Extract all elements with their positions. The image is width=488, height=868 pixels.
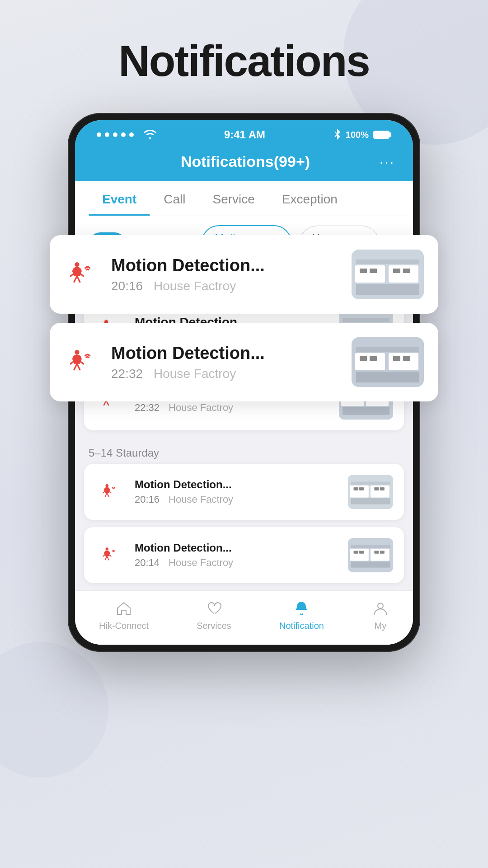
battery-icon xyxy=(373,131,391,139)
notif-info-3: Motion Detection... 20:16 House Factroy xyxy=(135,478,339,505)
section-label-saturday: 5–14 Staurday xyxy=(75,438,413,464)
notif-title-3: Motion Detection... xyxy=(135,478,339,491)
app-header: Notifications(99+) ··· xyxy=(75,146,413,181)
notif-card-4[interactable]: Motion Detection... 20:14 House Factroy xyxy=(84,527,404,583)
notifications-list-saturday: Motion Detection... 20:16 House Factroy xyxy=(75,464,413,590)
svg-rect-46 xyxy=(355,265,385,283)
svg-rect-59 xyxy=(370,356,377,361)
svg-rect-50 xyxy=(393,269,400,273)
status-left xyxy=(97,129,156,141)
svg-rect-25 xyxy=(350,486,369,498)
notif-title-4: Motion Detection... xyxy=(135,542,339,554)
nav-label-hik-connect: Hik-Connect xyxy=(99,621,149,631)
expanded-card-2[interactable]: Motion Detection... 22:32 House Factroy xyxy=(50,323,438,401)
svg-rect-60 xyxy=(393,356,400,361)
svg-rect-39 xyxy=(374,551,379,554)
svg-rect-62 xyxy=(356,347,419,352)
svg-rect-51 xyxy=(403,269,410,273)
signal-dot-2 xyxy=(105,132,109,137)
expanded-thumb-2 xyxy=(352,337,424,387)
nav-notification[interactable]: Notification xyxy=(279,600,324,631)
nav-hik-connect[interactable]: Hik-Connect xyxy=(99,600,149,631)
expanded-meta-1: 20:16 House Factroy xyxy=(111,279,341,293)
tabs-bar: Event Call Service Exception xyxy=(75,181,413,216)
svg-point-33 xyxy=(106,547,108,550)
svg-rect-37 xyxy=(354,551,358,554)
svg-point-23 xyxy=(106,484,108,487)
svg-rect-47 xyxy=(389,265,418,283)
svg-point-44 xyxy=(75,262,79,267)
notif-time-4: 20:14 xyxy=(135,557,160,569)
svg-rect-28 xyxy=(359,487,364,491)
svg-rect-29 xyxy=(374,487,379,491)
svg-rect-35 xyxy=(350,549,369,561)
tab-call[interactable]: Call xyxy=(150,181,199,216)
status-bar: 9:41 AM 100% xyxy=(75,120,413,146)
signal-dot-1 xyxy=(97,132,101,137)
svg-rect-38 xyxy=(359,551,364,554)
nav-label-my: My xyxy=(375,621,387,631)
notif-meta-2: 22:32 House Factroy xyxy=(135,402,330,414)
notif-card-3[interactable]: Motion Detection... 20:16 House Factroy xyxy=(84,464,404,520)
svg-point-43 xyxy=(378,603,383,609)
svg-rect-36 xyxy=(371,549,389,561)
expanded-time-1: 20:16 xyxy=(111,279,143,293)
status-right: 100% xyxy=(333,129,391,141)
nav-my[interactable]: My xyxy=(372,600,389,631)
expanded-info-2: Motion Detection... 22:32 House Factroy xyxy=(111,344,341,381)
person-icon xyxy=(372,600,389,617)
svg-rect-56 xyxy=(355,353,385,370)
page-title: Notifications xyxy=(118,36,369,86)
nav-services[interactable]: Services xyxy=(197,600,231,631)
svg-rect-27 xyxy=(354,487,358,491)
header-title: Notifications(99+) xyxy=(181,153,310,170)
expanded-meta-2: 22:32 House Factroy xyxy=(111,367,341,381)
expanded-title-1: Motion Detection... xyxy=(111,256,341,275)
svg-rect-61 xyxy=(403,356,410,361)
home-icon xyxy=(115,600,132,617)
motion-detection-icon-4 xyxy=(95,540,126,571)
bluetooth-icon xyxy=(333,129,341,141)
svg-rect-52 xyxy=(356,259,419,264)
svg-rect-48 xyxy=(360,269,367,273)
battery-percent: 100% xyxy=(346,130,369,140)
tab-event[interactable]: Event xyxy=(89,181,150,216)
expanded-title-2: Motion Detection... xyxy=(111,344,341,363)
tab-exception[interactable]: Exception xyxy=(268,181,351,216)
svg-rect-22 xyxy=(343,407,389,415)
svg-rect-31 xyxy=(351,482,390,485)
more-options-button[interactable]: ··· xyxy=(380,154,395,170)
notif-location-3: House Factroy xyxy=(169,494,233,505)
nav-label-services: Services xyxy=(197,621,231,631)
tab-service[interactable]: Service xyxy=(199,181,268,216)
expanded-card-1[interactable]: Motion Detection... 20:16 House Factroy xyxy=(50,235,438,314)
svg-rect-40 xyxy=(380,551,385,554)
notif-time-3: 20:16 xyxy=(135,494,160,505)
expanded-cards-overlay: Motion Detection... 20:16 House Factroy xyxy=(50,235,438,401)
bell-icon xyxy=(293,600,310,617)
expanded-time-2: 22:32 xyxy=(111,367,143,381)
svg-rect-53 xyxy=(356,284,419,295)
notif-location-2: House Factroy xyxy=(169,402,233,414)
expanded-location-1: House Factroy xyxy=(154,279,236,293)
motion-detection-icon-3 xyxy=(95,476,126,507)
heart-icon xyxy=(206,600,223,617)
notif-info-4: Motion Detection... 20:14 House Factroy xyxy=(135,542,339,569)
notif-location-4: House Factroy xyxy=(169,557,233,569)
bottom-nav: Hik-Connect Services Notification xyxy=(75,590,413,645)
wifi-icon xyxy=(144,130,156,140)
svg-rect-49 xyxy=(370,269,377,273)
svg-rect-41 xyxy=(351,545,390,548)
signal-dot-4 xyxy=(121,132,126,137)
svg-rect-63 xyxy=(356,372,419,382)
expanded-motion-icon-1 xyxy=(64,256,100,292)
notif-time-2: 22:32 xyxy=(135,402,160,414)
svg-rect-32 xyxy=(351,498,390,504)
notif-thumb-4 xyxy=(348,538,393,572)
notif-thumb-3 xyxy=(348,475,393,509)
expanded-info-1: Motion Detection... 20:16 House Factroy xyxy=(111,256,341,293)
expanded-motion-icon-2 xyxy=(64,344,100,380)
expanded-location-2: House Factroy xyxy=(154,367,236,381)
nav-label-notification: Notification xyxy=(279,621,324,631)
expanded-thumb-1 xyxy=(352,250,424,299)
